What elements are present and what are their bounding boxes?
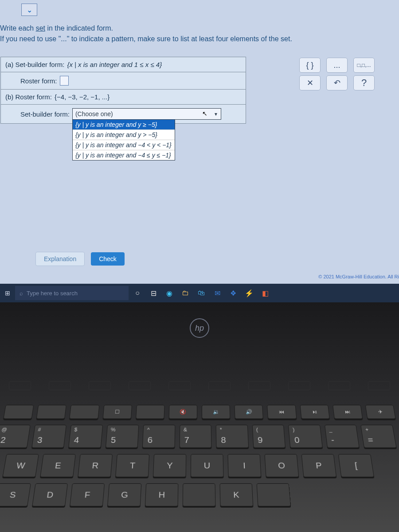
letter-key: W (2, 454, 39, 477)
cortana-icon[interactable]: ○ (130, 286, 145, 300)
dropdown-option-3[interactable]: {y | y is an integer and −4 < y < −1} (73, 140, 175, 150)
dropdown-option-1[interactable]: {y | y is an integer and y ≥ −5} (73, 120, 175, 130)
speaker-grille (9, 381, 390, 390)
function-key (136, 405, 165, 419)
letter-key (183, 483, 216, 506)
keyboard: ☐🔇🔉🔊⏮⏯⏭✈ @2#3$4%5^6&7*8(9)0_-+= WERTYUIO… (0, 404, 399, 512)
number-key: %5 (106, 425, 139, 448)
chevron-down-icon: ▼ (214, 112, 218, 117)
reset-button[interactable]: ↶ (326, 75, 348, 90)
check-button[interactable]: Check (91, 252, 125, 266)
hp-logo: hp (190, 318, 209, 338)
function-key: ✈ (365, 405, 396, 419)
start-button[interactable]: ⊞ (2, 287, 13, 299)
letter-key: H (145, 483, 179, 506)
taskbar-search[interactable]: ⌕ Type here to search (15, 286, 129, 300)
function-key: 🔊 (235, 405, 264, 419)
number-key: )0 (288, 425, 323, 448)
ellipsis-tool[interactable]: ... (326, 58, 348, 73)
number-key: @2 (0, 425, 30, 448)
function-key: 🔇 (168, 405, 197, 419)
number-key: *8 (216, 425, 249, 448)
dropdown-option-4[interactable]: {y | y is an integer and −4 ≤ y ≤ −1} (73, 150, 175, 160)
number-key: (9 (252, 425, 286, 448)
pair-tool[interactable]: □,□,... (353, 58, 375, 73)
letter-key: G (107, 483, 141, 506)
function-key: ☐ (102, 405, 132, 419)
number-key: += (361, 425, 397, 448)
number-key: $4 (68, 425, 103, 448)
store-icon[interactable]: 🛍 (194, 286, 208, 300)
roster-input[interactable] (60, 76, 69, 86)
panel-collapse-toggle[interactable]: ⌄ (21, 4, 37, 16)
letter-key: D (32, 483, 68, 506)
braces-tool[interactable]: { } (299, 58, 321, 73)
number-key: #3 (31, 425, 66, 448)
part-b-roster: (b) Roster form: {−4, −3, −2, −1, ...} (1, 90, 246, 105)
function-key: ⏮ (267, 405, 297, 419)
part-a-roster-row: Roster form: (1, 72, 246, 90)
part-a-setbuilder: (a) Set-builder form: {x | x is an integ… (1, 57, 246, 72)
file-explorer-icon[interactable]: 🗀 (178, 286, 192, 300)
copyright-text: © 2021 McGraw-Hill Education. All Ri (318, 274, 399, 279)
letter-key (257, 483, 291, 506)
letter-key: E (40, 454, 76, 477)
number-key: ^6 (142, 425, 175, 448)
letter-key: P (301, 454, 337, 477)
dropbox-icon[interactable]: ❖ (226, 286, 240, 300)
dropdown-option-2[interactable]: {y | y is an integer and y > −5} (73, 130, 175, 140)
setbuilder-dropdown[interactable]: (Choose one) ↖ ▼ (72, 108, 221, 120)
app-icon[interactable]: ⚡ (242, 286, 256, 300)
search-icon: ⌕ (20, 290, 23, 297)
letter-key: K (219, 483, 253, 506)
letter-key: I (227, 454, 261, 477)
explanation-button[interactable]: Explanation (35, 252, 85, 266)
dropdown-options-list: {y | y is an integer and y ≥ −5} {y | y … (72, 119, 175, 160)
mail-icon[interactable]: ✉ (210, 286, 224, 300)
math-tools-panel: { } ... □,□,... ✕ ↶ ? (299, 58, 375, 90)
browser-icon[interactable]: ◧ (258, 286, 272, 300)
letter-key: [ (338, 454, 374, 477)
help-button[interactable]: ? (353, 75, 375, 90)
clear-button[interactable]: ✕ (299, 75, 321, 90)
cursor-icon: ↖ (202, 110, 207, 117)
letter-key: O (264, 454, 299, 477)
part-b-setbuilder-row: Set-builder form: (Choose one) ↖ ▼ {y | … (1, 105, 246, 123)
function-key: ⏭ (332, 405, 363, 419)
function-key (3, 405, 34, 419)
number-key: _- (325, 425, 360, 448)
letter-key: T (115, 454, 149, 477)
letter-key: Y (153, 454, 186, 477)
function-key: ⏯ (300, 405, 329, 419)
task-view-icon[interactable]: ⊟ (146, 286, 160, 300)
number-key: &7 (179, 425, 211, 448)
problem-container: (a) Set-builder form: {x | x is an integ… (0, 57, 246, 124)
letter-key: S (0, 483, 31, 506)
letter-key: U (191, 454, 224, 477)
edge-icon[interactable]: ◉ (162, 286, 176, 300)
windows-taskbar: ⊞ ⌕ Type here to search ○ ⊟ ◉ 🗀 🛍 ✉ ❖ ⚡ … (0, 284, 399, 302)
letter-key: R (78, 454, 113, 477)
function-key: 🔉 (202, 405, 231, 419)
instructions-text: Write each set in the indicated form. If… (0, 23, 292, 44)
function-key (36, 405, 66, 419)
letter-key: F (70, 483, 105, 506)
laptop-body: hp ☐🔇🔉🔊⏮⏯⏭✈ @2#3$4%5^6&7*8(9)0_-+= WERTY… (0, 302, 399, 532)
function-key (69, 405, 99, 419)
